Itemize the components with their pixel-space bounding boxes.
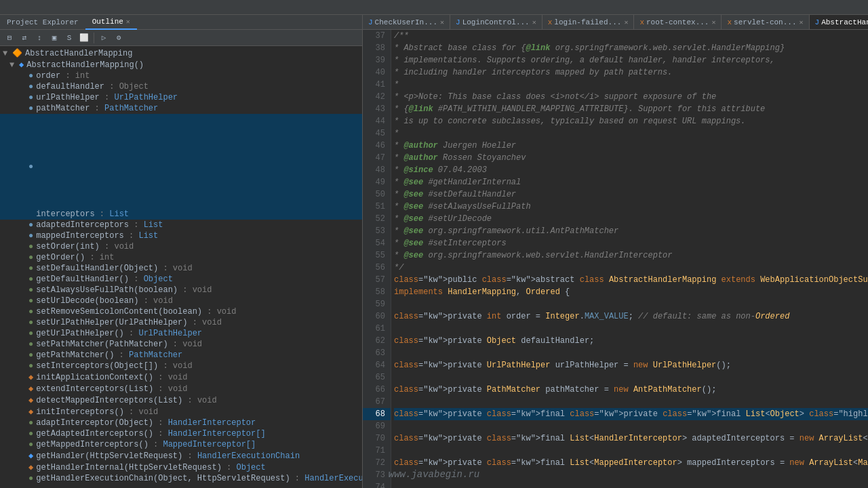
tree-item[interactable]: ● getMappedInterceptors() : MappedInterc… [0,439,362,450]
code-area[interactable]: 3738394041424344454647484950515253545556… [363,30,868,488]
line-number: 67 [363,396,391,408]
tree-item[interactable]: ● interceptors : List [0,114,362,220]
item-label: setOrder(int) : void [36,242,134,251]
tab-outline[interactable]: Outline ✕ [85,15,137,30]
line-number: 38 [363,42,391,54]
tree-item[interactable]: ● setUrlPathHelper(UrlPathHelper) : void [0,317,362,328]
item-label: setUrlDecode(boolean) : void [36,296,173,306]
item-label: getHandlerExecutionChain(Object, HttpSer… [36,474,362,483]
tree-item[interactable]: ◆ initInterceptors() : void [0,406,362,418]
right-panel: J CheckUserIn... ✕ J LoginControl... ✕ x… [363,15,868,488]
tab-label: LoginControl... [462,18,530,26]
line-number: 54 [363,237,391,249]
tree-item[interactable]: ● setDefaultHandler(Object) : void [0,263,362,274]
tree-item[interactable]: ◆ initApplicationContext() : void [0,371,362,383]
item-label: getPathMatcher() : PathMatcher [36,350,182,360]
editor-tab[interactable]: x login-failed... ✕ [542,15,635,30]
code-line: class="kw">private UrlPathHelper urlPath… [394,359,868,371]
tree-item[interactable]: ● setRemoveSemicolonContent(boolean) : v… [0,306,362,317]
item-label: extendInterceptors(List) : void [36,384,187,394]
type-info: : int [85,253,114,262]
item-label: initInterceptors() : void [36,407,158,417]
tree-item[interactable]: ● adaptedInterceptors : List [0,220,362,230]
code-line: * @since 07.04.2003 [394,164,868,176]
outline-label: Outline [92,18,123,26]
code-line [394,445,868,457]
line-number: 59 [363,298,391,310]
main-area: Project Explorer Outline ✕ ⊟ ⇄ ↕ ▣ S ⬜ ▷… [0,15,868,488]
code-line [394,469,868,481]
collapse-all-btn[interactable]: ⊟ [3,32,16,44]
line-numbers: 3738394041424344454647484950515253545556… [363,30,391,488]
code-line [394,347,868,359]
tree-item[interactable]: ● setUrlDecode(boolean) : void [0,296,362,306]
tree-item[interactable]: ◆ getHandlerInternal(HttpServletRequest)… [0,462,362,473]
tree-item[interactable]: ● urlPathHelper : UrlPathHelper [0,92,362,103]
editor-tab[interactable]: x root-contex... ✕ [634,15,722,30]
tab-close-icon[interactable]: ✕ [711,18,715,26]
code-line: * including handler interceptors mapped … [394,66,868,79]
tree-item[interactable]: ● getDefaultHandler() : Object [0,274,362,285]
class-icon: 🔶 [12,48,22,58]
type-separator: : [153,418,168,428]
line-number: 61 [363,323,391,335]
tab-close-icon[interactable]: ✕ [624,18,628,26]
tree-item[interactable]: ● defaultHandler : Object [0,81,362,92]
tree-item[interactable]: ● setAlwaysUseFullPath(boolean) : void [0,285,362,296]
type-info: : void [178,285,212,295]
type-separator: : [182,451,197,461]
hide-nonpublic-btn[interactable]: ⬜ [77,32,91,44]
tab-close-icon[interactable]: ✕ [800,18,804,26]
sort-btn[interactable]: ↕ [33,32,46,44]
code-line: class="kw">private int order = Integer.M… [394,310,868,323]
code-line: * @see #getHandlerInternal [394,176,868,188]
item-icon: ◆ [28,407,33,417]
tree-root-item[interactable]: ▼ 🔶 AbstractHandlerMapping [0,47,362,59]
link-with-editor-btn[interactable]: ⇄ [18,32,31,44]
tree-item[interactable]: ● setInterceptors(Object[]) : void [0,361,362,371]
tree-item[interactable]: ▼ ◆ AbstractHandlerMapping() [0,59,362,70]
type-separator: : [114,350,129,360]
editor-tabs: J CheckUserIn... ✕ J LoginControl... ✕ x… [363,15,868,30]
editor-tab[interactable]: J LoginControl... ✕ [450,15,542,30]
line-number: 65 [363,371,391,384]
tree-item[interactable]: ● pathMatcher : PathMatcher [0,103,362,114]
line-number: 51 [363,201,391,213]
tree-item[interactable]: ● order : int [0,70,362,81]
settings-btn[interactable]: ⚙ [112,32,125,44]
type-info: : void [158,264,192,273]
line-number: 70 [363,432,391,445]
item-label: mappedInterceptors : List [36,231,158,241]
tree-item[interactable]: ◆ getHandler(HttpServletRequest) : Handl… [0,450,362,462]
code-line [394,298,868,310]
item-label: getHandlerInternal(HttpServletRequest) :… [36,463,265,472]
expand-btn[interactable]: ▷ [97,32,111,44]
tree-item[interactable]: ● mappedInterceptors : List [0,230,362,241]
tree-item[interactable]: ● setPathMatcher(PathMatcher) : void [0,339,362,350]
tree-item[interactable]: ● getPathMatcher() : PathMatcher [0,350,362,361]
editor-tab[interactable]: x servlet-con... ✕ [722,15,809,30]
type-info: : void [138,296,172,306]
tab-close-icon[interactable]: ✕ [532,18,536,26]
code-line: * @author Rossen Stoyanchev [394,152,868,164]
editor-tab[interactable]: J CheckUserIn... ✕ [363,15,450,30]
tree-view[interactable]: ▼ 🔶 AbstractHandlerMapping ▼ ◆ AbstractH… [0,46,362,488]
tree-item[interactable]: ● adaptInterceptor(Object) : HandlerInte… [0,418,362,428]
code-line: * @see #setInterceptors [394,237,868,249]
outline-close-icon[interactable]: ✕ [126,18,130,26]
tab-project-explorer[interactable]: Project Explorer [0,15,85,30]
tree-item[interactable]: ● getAdaptedInterceptors() : HandlerInte… [0,428,362,439]
tree-item[interactable]: ● getUrlPathHelper() : UrlPathHelper [0,328,362,339]
hide-fields-btn[interactable]: ▣ [47,32,61,44]
tree-item[interactable]: ● getOrder() : int [0,252,362,263]
tree-item[interactable]: ● getHandlerExecutionChain(Object, HttpS… [0,473,362,484]
code-line [394,420,868,432]
item-label: setRemoveSemicolonContent(boolean) : voi… [36,307,236,317]
tab-close-icon[interactable]: ✕ [440,18,444,26]
editor-tab[interactable]: J AbstractHand... ✕ [810,15,868,30]
item-label: order : int [36,71,90,81]
tree-item[interactable]: ◆ detectMappedInterceptors(List) : void [0,394,362,406]
hide-static-btn[interactable]: S [62,32,76,44]
tree-item[interactable]: ● setOrder(int) : void [0,241,362,252]
tree-item[interactable]: ◆ extendInterceptors(List) : void [0,383,362,394]
